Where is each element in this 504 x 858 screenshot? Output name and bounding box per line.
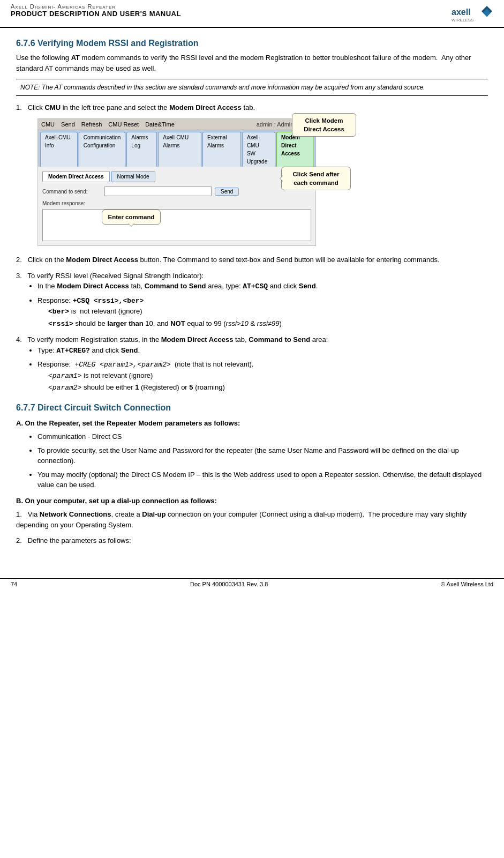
screenshot-container: Click ModemDirect Access Click Send afte… (37, 118, 353, 247)
header-title-bottom: PRODUCT DESCRIPTION AND USER'S MANUAL (11, 10, 181, 18)
step4-sub-bullets: <param1> is not relevant (ignore) <param… (48, 370, 488, 393)
subsection-b-step-2: 2. Define the parameters as follows: (16, 535, 488, 546)
menu-cmu-reset: CMU Reset (108, 120, 139, 129)
footer-page-number: 74 (11, 581, 17, 587)
header-title-top: Axell Digimini- Americas Repeater (11, 3, 181, 10)
fake-send-button: Send (215, 188, 239, 196)
tab-axell-cmu-alarms: Axell-CMU Alarms (158, 132, 201, 167)
menu-cmu: CMU (41, 120, 55, 129)
callout-enter-command: Enter command (102, 210, 161, 225)
section-677-intro: Use the following AT modem commands to v… (16, 53, 488, 73)
step-1: 1. Click CMU in the left tree pane and s… (16, 102, 488, 246)
step-4: 4. To verify modem Registration status, … (16, 334, 488, 393)
section-677b-heading: 6.7.7 Direct Circuit Switch Connection (16, 403, 488, 413)
response-label: Modem response: (42, 199, 311, 207)
command-input (104, 186, 212, 196)
header-left: Axell Digimini- Americas Repeater PRODUC… (11, 3, 181, 18)
tab-modem-direct-access: Modem DirectAccess (276, 132, 313, 167)
subsection-a-bullets: Communication - Direct CS To provide sec… (37, 431, 488, 490)
sub-param2: <param2> should be either 1 (Registered)… (48, 382, 488, 393)
inner-tab-modem-direct-access: Modem Direct Access (42, 171, 110, 182)
axell-logo-icon: axell WIRELESS (450, 3, 493, 25)
bullet-comm-direct-cs: Communication - Direct CS (37, 431, 488, 442)
header-logo: axell WIRELESS (450, 3, 493, 25)
admin-info: admin : Admin (257, 120, 294, 129)
note-box: NOTE: The AT commands described in this … (16, 79, 488, 96)
fake-screenshot-ui: CMU Send Refresh CMU Reset Date&Time adm… (37, 118, 316, 247)
section-677-heading: 6.7.6 Verifying Modem RSSI and Registrat… (16, 39, 488, 48)
svg-text:WIRELESS: WIRELESS (452, 18, 473, 23)
bullet-security: To provide security, set the User Name a… (37, 445, 488, 466)
subsection-b-heading: B. On your computer, set up a dial-up co… (16, 496, 488, 506)
fake-tabs-outer: Axell-CMU Info CommunicationConfiguratio… (38, 130, 315, 167)
steps-list: 1. Click CMU in the left tree pane and s… (16, 102, 488, 393)
fake-menubar: CMU Send Refresh CMU Reset Date&Time adm… (38, 119, 315, 131)
inner-tab-normal-mode: Normal Mode (111, 171, 155, 182)
footer-doc-info: Doc PN 4000003431 Rev. 3.8 (190, 581, 268, 587)
subsection-a-heading: A. On the Repeater, set the Repeater Mod… (16, 418, 488, 429)
sub-rssi: <rssi> should be larger than 10, and NOT… (48, 318, 488, 330)
step4-bullets: Type: AT+CREG? and click Send. Response:… (37, 345, 488, 393)
callout-modem-direct-access: Click ModemDirect Access (292, 113, 356, 137)
tab-comm-config: CommunicationConfiguration (79, 132, 125, 167)
at-bold: AT (71, 54, 80, 62)
tab-axell-cmu-info: Axell-CMU Info (40, 132, 78, 167)
bullet-modify-ip: You may modify (optional) the Direct CS … (37, 469, 488, 490)
menu-datetime: Date&Time (145, 120, 175, 129)
step4-bullet-1: Type: AT+CREG? and click Send. (37, 345, 488, 356)
page-footer: 74 Doc PN 4000003431 Rev. 3.8 © Axell Wi… (0, 578, 504, 590)
page-header: Axell Digimini- Americas Repeater PRODUC… (0, 0, 504, 28)
tab-external-alarms: External Alarms (202, 132, 241, 167)
menu-send: Send (61, 120, 75, 129)
menu-refresh: Refresh (81, 120, 102, 129)
step-2: 2. Click on the Modem Direct Access butt… (16, 255, 488, 265)
step3-bullet-2: Response: +CSQ <rssi>,<ber> <ber> is not… (37, 295, 488, 330)
step3-bullet-1: In the Modem Direct Access tab, Command … (37, 281, 488, 292)
page-content: 6.7.6 Verifying Modem RSSI and Registrat… (0, 28, 504, 562)
svg-text:axell: axell (452, 8, 471, 17)
step4-bullet-2: Response: +CREG <param1>,<param2> (note … (37, 359, 488, 393)
note-text: NOTE: The AT commands described in this … (20, 84, 425, 91)
fake-body: Modem Direct Access Normal Mode Command … (38, 167, 315, 245)
step3-sub-bullets: <ber> is not relevant (ignore) <rssi> sh… (48, 306, 488, 329)
subsection-b-steps: 1. Via Network Connections, create a Dia… (16, 509, 488, 546)
command-label: Command to send: (42, 188, 101, 196)
footer-copyright: © Axell Wireless Ltd (441, 581, 493, 587)
sub-ber: <ber> is not relevant (ignore) (48, 306, 488, 317)
tab-alarms-log: Alarms Log (126, 132, 157, 167)
subsection-b-step-1: 1. Via Network Connections, create a Dia… (16, 509, 488, 530)
fake-inner-tabs: Modem Direct Access Normal Mode (42, 171, 311, 182)
callout-send-after: Click Send aftereach command (281, 167, 351, 190)
sub-param1: <param1> is not relevant (ignore) (48, 370, 488, 382)
tab-sw-upgrade: Axell-CMUSW Upgrade (242, 132, 275, 167)
step-3: 3. To verify RSSI level (Received Signal… (16, 271, 488, 330)
response-box (42, 209, 311, 241)
command-field-row: Command to send: Send (42, 186, 311, 196)
step3-bullets: In the Modem Direct Access tab, Command … (37, 281, 488, 329)
